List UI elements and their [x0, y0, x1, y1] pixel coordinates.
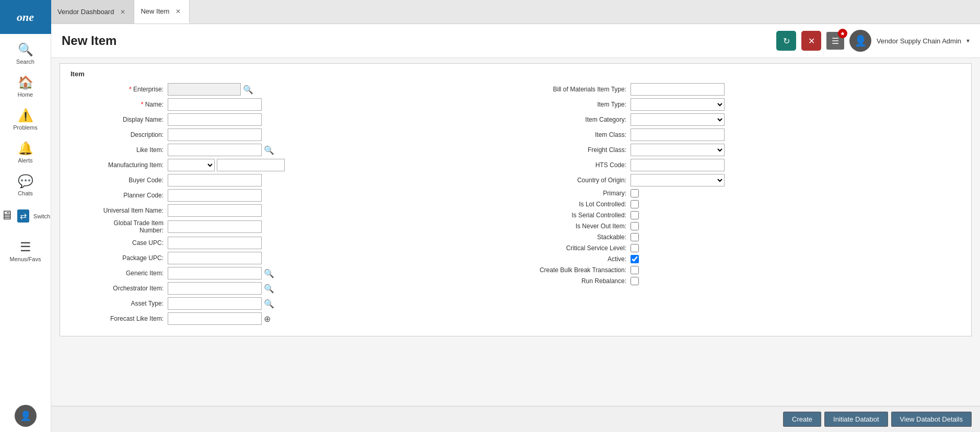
- label-generic-item: Generic Item:: [68, 270, 168, 277]
- enterprise-input-group: 🔍: [168, 83, 253, 96]
- is-serial-controlled-checkbox[interactable]: [631, 211, 639, 219]
- view-databot-details-button[interactable]: View Databot Details: [891, 412, 972, 427]
- manufacturing-item-select[interactable]: [168, 159, 215, 171]
- sidebar-item-search[interactable]: 🔍 Search: [0, 36, 51, 69]
- forecast-like-item-search-btn[interactable]: ⊕: [264, 314, 271, 324]
- search-icon: 🔍: [18, 42, 33, 57]
- field-bill-of-materials-item-type: Bill of Materials Item Type:: [521, 83, 963, 96]
- right-column: Bill of Materials Item Type: Item Type:: [521, 83, 963, 328]
- freight-class-select[interactable]: [631, 144, 725, 156]
- tab-new-item[interactable]: New Item ✕: [134, 0, 190, 24]
- orchestrator-item-search-btn[interactable]: 🔍: [264, 284, 274, 294]
- bell-icon: 🔔: [18, 141, 33, 156]
- create-button[interactable]: Create: [783, 412, 821, 427]
- label-is-lot-controlled: Is Lot Controlled:: [521, 201, 631, 208]
- label-item-type: Item Type:: [521, 101, 631, 108]
- display-name-input[interactable]: [168, 113, 262, 126]
- generic-item-search-btn[interactable]: 🔍: [264, 268, 274, 278]
- sidebar-item-menus-favs[interactable]: ☰ Menus/Favs: [0, 233, 51, 266]
- label-stackable: Stackable:: [521, 233, 631, 241]
- primary-checkbox[interactable]: [631, 189, 639, 197]
- tab-vendor-dashboard[interactable]: Vendor Dashboard ✕: [51, 0, 134, 24]
- global-trade-item-number-input[interactable]: [168, 220, 262, 233]
- label-forecast-like-item: Forecast Like Item:: [68, 315, 168, 322]
- hts-code-input[interactable]: [631, 159, 725, 171]
- run-rebalance-checkbox[interactable]: [631, 277, 639, 285]
- generic-item-input[interactable]: [168, 267, 262, 279]
- item-category-select[interactable]: [631, 113, 725, 126]
- forecast-like-item-input[interactable]: [168, 312, 262, 325]
- sidebar-item-alerts[interactable]: 🔔 Alerts: [0, 135, 51, 168]
- label-enterprise: Enterprise:: [68, 86, 168, 93]
- switch-box-icon: 🖥: [1, 208, 13, 223]
- label-buyer-code: Buyer Code:: [68, 177, 168, 184]
- is-lot-controlled-checkbox[interactable]: [631, 200, 639, 208]
- sidebar-item-home[interactable]: 🏠 Home: [0, 69, 51, 102]
- sidebar-item-chats[interactable]: 💬 Chats: [0, 168, 51, 201]
- field-description: Description:: [68, 129, 510, 141]
- sidebar-item-alerts-label: Alerts: [18, 157, 32, 164]
- orchestrator-item-input[interactable]: [168, 282, 262, 295]
- user-area[interactable]: 👤 Vendor Supply Chain Admin ▾: [849, 30, 970, 52]
- field-country-of-origin: Country of Origin:: [521, 174, 963, 186]
- item-class-input[interactable]: [631, 129, 725, 141]
- like-item-input[interactable]: [168, 144, 262, 156]
- enterprise-search-btn[interactable]: 🔍: [243, 85, 253, 95]
- universal-item-name-input[interactable]: [168, 204, 262, 217]
- asset-type-input-group: 🔍: [168, 297, 274, 310]
- label-name: Name:: [68, 101, 168, 108]
- home-icon: 🏠: [18, 75, 33, 90]
- sidebar-item-problems[interactable]: ⚠️ Problems: [0, 102, 51, 135]
- like-item-search-btn[interactable]: 🔍: [264, 145, 274, 155]
- page-header: New Item ↻ ✕ ☰ ★ 👤 Vendor Supply Chain A…: [51, 24, 980, 58]
- label-create-bulk-break-transaction: Create Bulk Break Transaction:: [521, 266, 631, 274]
- description-input[interactable]: [168, 129, 262, 141]
- item-type-select[interactable]: [631, 98, 725, 111]
- case-upc-input[interactable]: [168, 237, 262, 249]
- orchestrator-item-input-group: 🔍: [168, 282, 274, 295]
- tab-vendor-dashboard-label: Vendor Dashboard: [57, 8, 114, 16]
- initiate-databot-button[interactable]: Initiate Databot: [824, 412, 888, 427]
- is-never-out-item-checkbox[interactable]: [631, 222, 639, 230]
- refresh-button[interactable]: ↻: [776, 31, 796, 51]
- field-item-category: Item Category:: [521, 113, 963, 126]
- field-create-bulk-break-transaction: Create Bulk Break Transaction:: [521, 266, 963, 274]
- tab-new-item-close[interactable]: ✕: [173, 7, 183, 16]
- critical-service-level-checkbox[interactable]: [631, 244, 639, 252]
- tab-vendor-dashboard-close[interactable]: ✕: [118, 7, 127, 17]
- main-area: Vendor Dashboard ✕ New Item ✕ New Item ↻…: [51, 0, 980, 432]
- manufacturing-item-input[interactable]: [217, 159, 285, 171]
- field-hts-code: HTS Code:: [521, 159, 963, 171]
- sidebar-avatar[interactable]: 👤: [15, 405, 37, 427]
- country-of-origin-select[interactable]: [631, 174, 725, 186]
- label-hts-code: HTS Code:: [521, 161, 631, 169]
- create-bulk-break-transaction-checkbox[interactable]: [631, 266, 639, 274]
- label-primary: Primary:: [521, 190, 631, 197]
- field-primary: Primary:: [521, 189, 963, 197]
- asset-type-search-btn[interactable]: 🔍: [264, 299, 274, 309]
- planner-code-input[interactable]: [168, 189, 262, 202]
- app-logo[interactable]: one: [0, 0, 51, 34]
- label-critical-service-level: Critical Service Level:: [521, 244, 631, 252]
- stackable-checkbox[interactable]: [631, 233, 639, 241]
- label-is-serial-controlled: Is Serial Controlled:: [521, 212, 631, 219]
- label-description: Description:: [68, 131, 168, 138]
- package-upc-input[interactable]: [168, 252, 262, 264]
- manufacturing-item-group: [168, 159, 285, 171]
- field-name: Name:: [68, 98, 510, 111]
- name-input[interactable]: [168, 98, 262, 111]
- left-column: Enterprise: 🔍 Name:: [68, 83, 510, 328]
- asset-type-input[interactable]: [168, 297, 262, 310]
- switch-arrow-icon: ⇄: [17, 209, 29, 223]
- field-package-upc: Package UPC:: [68, 252, 510, 264]
- active-checkbox[interactable]: [631, 255, 639, 263]
- enterprise-input[interactable]: [168, 83, 241, 96]
- label-like-item: Like Item:: [68, 146, 168, 154]
- buyer-code-input[interactable]: [168, 174, 262, 186]
- close-button[interactable]: ✕: [801, 31, 821, 51]
- bill-of-materials-item-type-input[interactable]: [631, 83, 725, 96]
- label-is-never-out-item: Is Never Out Item:: [521, 223, 631, 230]
- sidebar-menus-favs-label: Menus/Favs: [10, 256, 41, 262]
- label-asset-type: Asset Type:: [68, 300, 168, 307]
- sidebar-item-switch[interactable]: 🖥 ⇄ Switch: [0, 201, 51, 231]
